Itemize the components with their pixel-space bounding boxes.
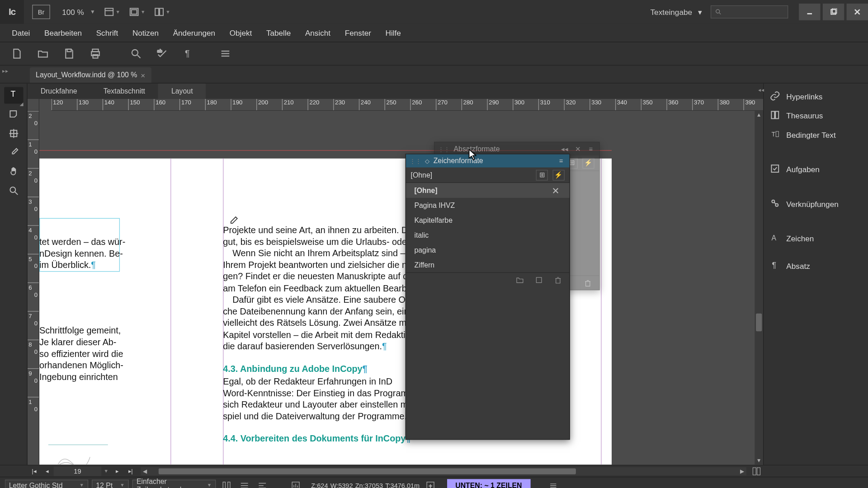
position-tool[interactable] bbox=[4, 125, 23, 142]
note-tool[interactable] bbox=[4, 106, 23, 123]
font-size-field[interactable]: 12 Pt▼ bbox=[92, 479, 129, 488]
maximize-button[interactable] bbox=[823, 4, 844, 20]
scroll-right-icon[interactable]: ▶ bbox=[738, 467, 746, 475]
line-spacing-field[interactable]: Einfacher Zeilenabstand▼ bbox=[132, 479, 216, 488]
view-tab-layout[interactable]: Layout bbox=[158, 84, 206, 99]
close-icon[interactable]: × bbox=[141, 70, 145, 80]
style-row[interactable]: Pagina IHVZ bbox=[406, 198, 569, 213]
menu-ansicht[interactable]: Ansicht bbox=[298, 24, 338, 42]
eyedropper-tool[interactable] bbox=[4, 144, 23, 161]
dock-zeichen[interactable]: AZeichen bbox=[764, 229, 868, 248]
collapse-handle-icon[interactable]: ◂◂ bbox=[758, 87, 763, 95]
zoom-tool[interactable] bbox=[4, 183, 23, 199]
stats-icon[interactable] bbox=[288, 481, 303, 488]
dock-bedingter text[interactable]: TBedingter Text bbox=[764, 125, 868, 144]
menu-schrift[interactable]: Schrift bbox=[89, 24, 125, 42]
dock-thesaurus[interactable]: Thesaurus bbox=[764, 106, 868, 125]
dock-aufgaben[interactable]: Aufgaben bbox=[764, 160, 868, 178]
next-page-button[interactable]: ▸ bbox=[111, 466, 124, 477]
find-button[interactable] bbox=[129, 47, 143, 61]
view-mode-button-1[interactable]: ▼ bbox=[104, 5, 120, 19]
horizontal-scrollbar[interactable]: ◀ ▶ bbox=[141, 467, 746, 475]
horizontal-ruler[interactable]: 1201301401501601701801902002102202302402… bbox=[51, 99, 763, 111]
dock-absatz[interactable]: ¶Absatz bbox=[764, 256, 868, 275]
chevron-down-icon[interactable]: ▼ bbox=[101, 468, 111, 474]
menu-änderungen[interactable]: Änderungen bbox=[166, 24, 222, 42]
page-number-field[interactable]: 19 bbox=[54, 466, 101, 476]
spellcheck-button[interactable]: ab bbox=[155, 47, 170, 61]
save-button[interactable] bbox=[62, 47, 76, 61]
prev-page-button[interactable]: ◂ bbox=[41, 466, 54, 477]
view-tab-druckfahne[interactable]: Druckfahne bbox=[28, 84, 90, 99]
clear-icon[interactable] bbox=[550, 185, 561, 196]
character-styles-panel[interactable]: ⋮⋮ ◇ Zeichenformate ≡ [Ohne] ⊞ ⚡ [Ohne]P… bbox=[406, 154, 570, 440]
text-column-left[interactable]: tet werden – das wür- nDesign kennen. Be… bbox=[39, 236, 165, 382]
panel-header[interactable]: ⋮⋮ ◇ Zeichenformate ≡ bbox=[406, 155, 569, 168]
dock-verknüpfungen[interactable]: Verknüpfungen bbox=[764, 194, 868, 213]
new-style-icon[interactable] bbox=[533, 275, 544, 285]
view-mode-button-2[interactable]: ▼ bbox=[129, 5, 146, 19]
zoom-level[interactable]: 100 % ▼ bbox=[62, 7, 95, 16]
toolbar-menu-icon[interactable] bbox=[218, 47, 233, 61]
style-row[interactable]: Ziffern bbox=[406, 258, 569, 272]
split-view-icon[interactable] bbox=[750, 467, 763, 475]
canvas[interactable]: tet werden – das wür- nDesign kennen. Be… bbox=[39, 111, 755, 465]
menu-bearbeiten[interactable]: Bearbeiten bbox=[37, 24, 89, 42]
scroll-down-icon[interactable]: ▼ bbox=[755, 456, 763, 465]
scroll-up-icon[interactable]: ▲ bbox=[755, 111, 763, 119]
menu-tabelle[interactable]: Tabelle bbox=[259, 24, 298, 42]
close-icon[interactable]: ✕ bbox=[573, 144, 582, 154]
font-family-field[interactable]: Letter Gothic Std▼ bbox=[5, 479, 89, 488]
collapse-icon[interactable]: ◂◂ bbox=[560, 144, 569, 154]
quick-apply-icon[interactable]: ⚡ bbox=[552, 169, 564, 180]
new-group-icon[interactable]: ⊞ bbox=[536, 169, 548, 180]
columns-icon[interactable] bbox=[219, 481, 234, 488]
folder-icon[interactable] bbox=[514, 275, 525, 285]
menu-datei[interactable]: Datei bbox=[5, 24, 38, 42]
menu-objekt[interactable]: Objekt bbox=[222, 24, 259, 42]
justify-icon[interactable] bbox=[237, 481, 252, 488]
disclosure-icon[interactable]: ◇ bbox=[425, 158, 430, 164]
new-doc-button[interactable] bbox=[9, 47, 24, 61]
last-page-button[interactable]: ▸| bbox=[124, 466, 137, 477]
align-icon[interactable] bbox=[255, 481, 269, 488]
minimize-button[interactable] bbox=[799, 4, 820, 20]
scrollbar-thumb[interactable] bbox=[756, 314, 762, 332]
expand-handle-icon[interactable]: ▸▸ bbox=[2, 68, 8, 74]
dock-hyperlinks[interactable]: Hyperlinks bbox=[764, 87, 868, 106]
status-menu-icon[interactable] bbox=[546, 481, 560, 488]
search-field[interactable] bbox=[711, 5, 788, 19]
panel-footer bbox=[406, 272, 569, 287]
print-button[interactable] bbox=[88, 47, 103, 61]
view-mode-button-3[interactable]: ▼ bbox=[154, 5, 170, 19]
close-button[interactable] bbox=[847, 4, 868, 20]
view-tab-textabschnitt[interactable]: Textabschnitt bbox=[90, 84, 158, 99]
open-button[interactable] bbox=[36, 47, 50, 61]
style-row[interactable]: [Ohne] bbox=[406, 183, 569, 198]
ruler-origin[interactable] bbox=[28, 99, 39, 111]
workspace-switcher[interactable]: Texteingabe ▾ bbox=[642, 7, 711, 16]
style-row[interactable]: italic bbox=[406, 228, 569, 243]
bridge-icon[interactable]: Br bbox=[32, 5, 50, 19]
vertical-ruler[interactable]: 2010203040506070809010 bbox=[28, 111, 39, 465]
style-row[interactable]: Kapitelfarbe bbox=[406, 213, 569, 228]
show-hidden-button[interactable]: ¶ bbox=[181, 47, 196, 61]
menu-hilfe[interactable]: Hilfe bbox=[378, 24, 408, 42]
style-list[interactable]: [Ohne]Pagina IHVZKapitelfarbeitalicpagin… bbox=[406, 183, 569, 272]
trash-icon[interactable] bbox=[552, 275, 563, 285]
scroll-left-icon[interactable]: ◀ bbox=[141, 467, 149, 475]
quick-apply-icon[interactable]: ⚡ bbox=[582, 158, 594, 169]
overflow-icon[interactable]: + bbox=[423, 481, 438, 488]
menu-fenster[interactable]: Fenster bbox=[338, 24, 378, 42]
style-row[interactable]: pagina bbox=[406, 243, 569, 258]
menu-notizen[interactable]: Notizen bbox=[125, 24, 166, 42]
vertical-scrollbar[interactable]: ▲ ▼ bbox=[755, 111, 763, 465]
document-tab[interactable]: Layout_Workflow.indd @ 100 % × bbox=[30, 67, 151, 83]
first-page-button[interactable]: |◂ bbox=[28, 466, 41, 477]
type-tool[interactable]: T bbox=[4, 87, 23, 104]
trash-icon[interactable] bbox=[582, 278, 593, 287]
hand-tool[interactable] bbox=[4, 163, 23, 180]
panel-menu-icon[interactable]: ≡ bbox=[586, 144, 595, 154]
panel-menu-icon[interactable]: ≡ bbox=[556, 156, 566, 165]
scrollbar-thumb[interactable] bbox=[159, 468, 576, 474]
